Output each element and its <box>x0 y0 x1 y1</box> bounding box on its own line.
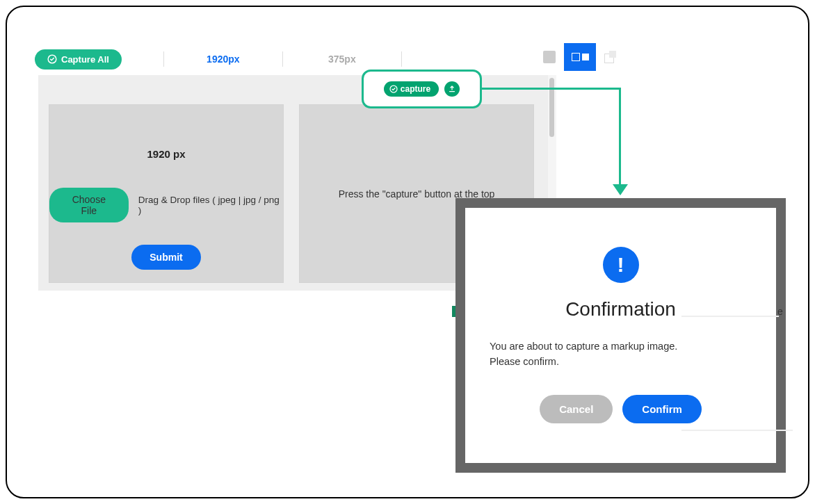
callout-arrow <box>482 88 621 90</box>
modal-title: Confirmation <box>565 298 676 320</box>
upload-panel: 1920 px Choose File Drag & Drop files ( … <box>49 104 284 283</box>
modal-body-line2: Please confirm. <box>490 354 677 369</box>
choose-file-button[interactable]: Choose File <box>49 188 129 222</box>
alert-icon: ! <box>603 247 639 283</box>
tab-1920[interactable]: 1920px <box>164 54 282 65</box>
overlay-view-icon[interactable] <box>604 51 617 63</box>
capture-button[interactable]: capture <box>384 81 439 97</box>
cancel-button[interactable]: Cancel <box>540 395 613 423</box>
capture-all-label: Capture All <box>61 54 109 65</box>
edge-divider <box>681 430 793 431</box>
split-view-button[interactable] <box>564 43 596 71</box>
modal-body: You are about to capture a markup image.… <box>490 339 677 370</box>
tab-375[interactable]: 375px <box>283 54 401 65</box>
modal-overlay: ! Confirmation You are about to capture … <box>455 198 786 473</box>
viewport-tabs: 1920px 375px <box>163 48 402 70</box>
capture-callout: capture <box>362 70 482 108</box>
callout-arrow <box>619 88 621 185</box>
split-left-icon <box>572 53 580 61</box>
callout-arrow-head <box>613 184 628 195</box>
checkmark-circle-icon <box>389 85 398 93</box>
submit-button[interactable]: Submit <box>131 245 200 270</box>
top-toolbar: Capture All 1920px 375px <box>35 45 780 73</box>
edge-divider <box>681 316 779 317</box>
modal-body-line1: You are about to capture a markup image. <box>490 339 677 354</box>
scrollbar-thumb[interactable] <box>549 78 554 137</box>
tab-divider <box>401 51 402 67</box>
capture-label: capture <box>401 84 430 94</box>
split-right-icon <box>582 54 589 60</box>
app-frame: Capture All 1920px 375px 1920 px Choose … <box>6 6 809 498</box>
drag-hint: Drag & Drop files ( jpeg | jpg / png ) <box>138 195 283 216</box>
upload-icon <box>448 85 456 93</box>
confirm-button[interactable]: Confirm <box>622 395 702 423</box>
confirmation-modal: ! Confirmation You are about to capture … <box>465 208 776 463</box>
edge-text: e <box>777 306 783 317</box>
checkmark-circle-icon <box>47 54 57 64</box>
file-row: Choose File Drag & Drop files ( jpeg | j… <box>49 188 283 222</box>
upload-button[interactable] <box>444 81 460 97</box>
panel-title: 1920 px <box>147 148 185 160</box>
capture-all-button[interactable]: Capture All <box>35 49 122 70</box>
view-mode-controls <box>543 43 617 71</box>
modal-buttons: Cancel Confirm <box>540 395 702 423</box>
single-view-icon[interactable] <box>543 51 556 63</box>
